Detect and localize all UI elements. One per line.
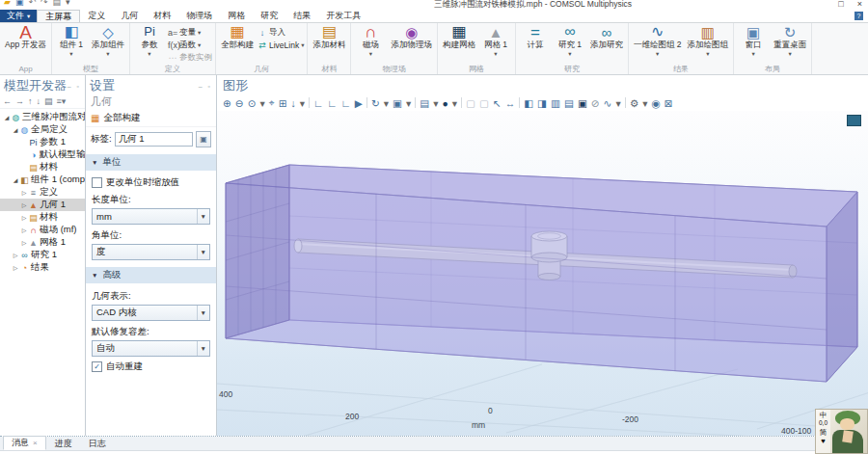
ribbon-button-窗口[interactable]: ▣窗口▾	[737, 24, 770, 65]
back-icon[interactable]: ←	[3, 96, 12, 106]
ribbon-button-参数[interactable]: Pi参数▾	[133, 24, 166, 65]
orientation-icon[interactable]: ↓	[290, 95, 295, 110]
filter-icon[interactable]: ▤	[44, 96, 53, 106]
tree-node-网格 1[interactable]: ▷▲网格 1	[0, 236, 85, 249]
tab-结果[interactable]: 结果	[285, 10, 318, 22]
tree-collapsed-icon[interactable]: ▷	[20, 189, 28, 196]
tab-定义[interactable]: 定义	[80, 10, 113, 22]
deselect-icon-disabled[interactable]: ▢	[479, 95, 489, 110]
tab-物理场[interactable]: 物理场	[178, 10, 220, 22]
dropdown-icon[interactable]: ▾	[452, 95, 457, 110]
dropdown-icon[interactable]: ▾	[433, 95, 438, 110]
dropdown-icon[interactable]: ▾	[615, 95, 620, 110]
auto-rebuild-checkbox-row[interactable]: ✓ 自动重建	[92, 361, 210, 373]
tab-研究[interactable]: 研究	[253, 10, 285, 22]
panel-collapse-icons[interactable]: – ▫	[68, 83, 81, 90]
tree-expanded-icon[interactable]: ◢	[12, 126, 19, 133]
view-xy-icon[interactable]: ∟	[313, 95, 323, 110]
pointer-icon[interactable]: ↖	[493, 95, 502, 110]
tree-collapsed-icon[interactable]: ▷	[20, 201, 28, 208]
help-button[interactable]: ?	[854, 12, 863, 20]
ribbon-button-添加组件[interactable]: ◇添加组件▾	[90, 24, 126, 65]
plot-icon[interactable]: ∿	[604, 95, 612, 110]
ribbon-button-添加材料[interactable]: ▤添加材料	[311, 24, 347, 65]
scale-values-checkbox[interactable]	[92, 177, 102, 188]
graphics-viewport[interactable]: 400 200 0 -200 mm 400-100	[217, 111, 868, 436]
ime-symbol-icon[interactable]: ♥	[821, 437, 825, 445]
tree-collapsed-icon[interactable]: ▷	[20, 214, 28, 221]
zoom-box-icon[interactable]: ⊙	[248, 95, 257, 110]
ribbon-button-重置桌面[interactable]: ↻重置桌面▾	[772, 24, 808, 65]
lock-icon[interactable]: ⊠	[665, 95, 673, 110]
bottom-tab-日志[interactable]: 日志	[81, 438, 114, 450]
tab-几何[interactable]: 几何	[113, 10, 146, 22]
ribbon-button-一维绘图组 2[interactable]: ∿一维绘图组 2▾	[632, 24, 684, 65]
bottom-tab-消息[interactable]: 消息×	[3, 436, 46, 450]
ribbon-button-函数[interactable]: f(x)函数▾	[168, 40, 212, 51]
split-right-icon[interactable]: ◨	[537, 95, 547, 110]
dropdown-icon[interactable]: ▾	[300, 95, 305, 110]
dropdown-icon[interactable]: ▾	[384, 95, 389, 110]
scale-values-checkbox-row[interactable]: 更改单位时缩放值	[92, 176, 210, 189]
zoom-in-icon[interactable]: ⊕	[223, 95, 231, 110]
ribbon-button-添加研究[interactable]: ∞添加研究	[588, 24, 625, 65]
dropdown-icon[interactable]: ▾	[259, 95, 264, 110]
section-advanced-header[interactable]: ▼ 高级	[86, 267, 216, 283]
tree-node-研究 1[interactable]: ▷∞研究 1	[0, 249, 85, 261]
close-button[interactable]: ×	[857, 0, 862, 9]
tree-expanded-icon[interactable]: ◢	[3, 114, 11, 120]
tree-collapsed-icon[interactable]: ▷	[12, 252, 19, 258]
up-icon[interactable]: ↑	[28, 96, 33, 106]
tree-expanded-icon[interactable]: ◢	[12, 176, 19, 183]
bottom-tab-进度[interactable]: 进度	[47, 438, 80, 450]
ribbon-button-组件 1[interactable]: ◧组件 1▾	[55, 24, 88, 65]
split-left-icon[interactable]: ◧	[524, 95, 533, 110]
split-active-icon[interactable]: ▣	[578, 95, 587, 110]
menu-icon[interactable]: ≡▾	[57, 96, 67, 106]
repair-tolerance-select[interactable]: 自动▼	[92, 340, 210, 357]
length-unit-select[interactable]: mm▼	[92, 208, 210, 225]
ribbon-button-App 开发器[interactable]: AApp 开发器	[3, 24, 48, 65]
tree-collapsed-icon[interactable]: ▷	[12, 264, 19, 271]
ribbon-button-网格 1[interactable]: ▲网格 1▾	[479, 24, 512, 65]
label-input[interactable]: 几何 1	[115, 132, 193, 147]
hide-icon[interactable]: ⊘	[591, 95, 600, 110]
ribbon-button-计算[interactable]: =计算	[519, 24, 552, 65]
ribbon-button-研究 1[interactable]: ∞研究 1▾	[554, 24, 586, 65]
view-zx-icon[interactable]: ∟	[341, 95, 351, 110]
gear-icon[interactable]: ⚙	[630, 95, 638, 110]
tree-collapsed-icon[interactable]: ▷	[20, 239, 28, 246]
file-menu-button[interactable]: 文件▾	[0, 10, 37, 22]
ime-status-overlay[interactable]: 中 0,0 简 ♥	[815, 409, 868, 454]
tree-node-组件 1 (comp1)[interactable]: ◢◧组件 1 (comp1)	[0, 174, 85, 186]
camera-movie-icon[interactable]: ▶	[355, 95, 363, 110]
tree-node-材料[interactable]: ▤材料	[0, 161, 85, 174]
select-box-icon-disabled[interactable]: ▢	[466, 95, 475, 110]
forward-icon[interactable]: →	[15, 96, 24, 106]
panel-collapse-icons[interactable]: – ▫	[199, 83, 212, 90]
ribbon-button-LiveLink[interactable]: ⇄LiveLink▾	[258, 40, 304, 51]
close-icon[interactable]: ×	[33, 439, 38, 447]
zoom-out-icon[interactable]: ⊖	[235, 95, 244, 110]
tree-node-定义[interactable]: ▷≡定义	[0, 186, 85, 199]
ribbon-button-参数实例[interactable]: ⋯参数实例	[168, 52, 212, 64]
tree-node-全局定义[interactable]: ◢◍全局定义	[0, 123, 85, 136]
ribbon-button-添加物理场[interactable]: ◉添加物理场	[389, 24, 434, 65]
zoom-extents-icon[interactable]: ⊞	[279, 95, 287, 110]
split-v-icon[interactable]: ▤	[564, 95, 574, 110]
ribbon-button-添加绘图组[interactable]: ▥添加绘图组▾	[686, 24, 731, 65]
ribbon-button-导入[interactable]: ↓导入	[258, 27, 304, 39]
tab-材料[interactable]: 材料	[146, 10, 178, 22]
dropdown-icon[interactable]: ▾	[406, 95, 411, 110]
image-icon[interactable]: ▤	[420, 95, 429, 110]
build-all-button[interactable]: 全部构建	[103, 112, 140, 124]
rotate-icon[interactable]: ↻	[371, 95, 380, 110]
transparency-icon[interactable]: ▣	[393, 95, 402, 110]
down-icon[interactable]: ↓	[37, 96, 41, 106]
scene-icon[interactable]: ●	[442, 95, 448, 110]
tree-node-三维脉冲围流对铁棒[interactable]: ◢◍三维脉冲围流对铁棒	[0, 111, 85, 123]
split-h-icon[interactable]: ▥	[551, 95, 560, 110]
geometry-representation-select[interactable]: CAD 内核▼	[92, 305, 210, 321]
tab-主屏幕[interactable]: 主屏幕	[37, 10, 80, 22]
angle-unit-select[interactable]: 度▼	[92, 244, 210, 260]
